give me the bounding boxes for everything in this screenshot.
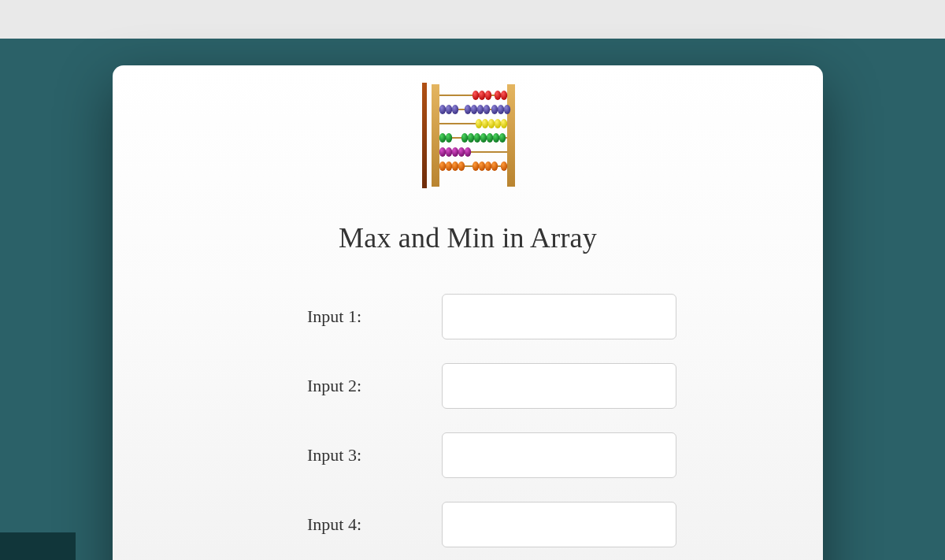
svg-point-21 xyxy=(491,105,498,114)
page-background: Max and Min in Array Input 1: Input 2: I… xyxy=(0,39,945,560)
input-row-1: Input 1: xyxy=(113,294,823,339)
svg-point-43 xyxy=(439,161,446,171)
svg-point-13 xyxy=(501,91,507,100)
input-label-2: Input 2: xyxy=(113,376,372,396)
svg-point-18 xyxy=(471,105,477,114)
svg-point-28 xyxy=(501,119,507,128)
svg-point-45 xyxy=(452,161,458,171)
svg-point-9 xyxy=(472,91,479,100)
svg-point-25 xyxy=(482,119,488,128)
input-label-1: Input 1: xyxy=(113,306,372,327)
svg-point-14 xyxy=(439,105,446,114)
input-field-2[interactable] xyxy=(442,363,676,409)
svg-point-32 xyxy=(468,133,474,143)
input-row-4: Input 4: xyxy=(113,502,823,547)
svg-point-16 xyxy=(452,105,458,114)
svg-point-46 xyxy=(458,161,465,171)
svg-point-33 xyxy=(474,133,480,143)
svg-point-20 xyxy=(484,105,490,114)
svg-point-48 xyxy=(479,161,485,171)
svg-point-50 xyxy=(491,161,498,171)
svg-point-36 xyxy=(493,133,499,143)
input-label-4: Input 4: xyxy=(113,514,372,535)
input-field-4[interactable] xyxy=(442,502,676,547)
input-field-1[interactable] xyxy=(442,294,676,339)
input-row-2: Input 2: xyxy=(113,363,823,409)
svg-point-40 xyxy=(452,147,458,157)
svg-point-35 xyxy=(487,133,493,143)
svg-point-17 xyxy=(465,105,471,114)
top-bar xyxy=(0,0,945,39)
input-row-3: Input 3: xyxy=(113,432,823,478)
svg-rect-0 xyxy=(432,84,439,187)
svg-point-38 xyxy=(439,147,446,157)
svg-point-29 xyxy=(439,133,446,143)
svg-point-49 xyxy=(485,161,491,171)
svg-point-34 xyxy=(480,133,487,143)
svg-point-10 xyxy=(479,91,485,100)
svg-point-27 xyxy=(495,119,501,128)
svg-point-30 xyxy=(446,133,452,143)
svg-point-47 xyxy=(472,161,479,171)
svg-rect-1 xyxy=(507,84,515,187)
main-card: Max and Min in Array Input 1: Input 2: I… xyxy=(113,65,823,560)
svg-point-31 xyxy=(461,133,468,143)
svg-point-11 xyxy=(485,91,491,100)
svg-point-44 xyxy=(446,161,452,171)
svg-rect-2 xyxy=(422,83,427,188)
svg-point-22 xyxy=(498,105,504,114)
svg-point-51 xyxy=(501,161,507,171)
input-label-3: Input 3: xyxy=(113,445,372,465)
svg-point-26 xyxy=(488,119,495,128)
svg-point-19 xyxy=(477,105,484,114)
svg-point-37 xyxy=(499,133,506,143)
input-field-3[interactable] xyxy=(442,432,676,478)
bottom-overlay-tab xyxy=(0,532,76,560)
svg-point-15 xyxy=(446,105,452,114)
svg-point-42 xyxy=(465,147,471,157)
page-title: Max and Min in Array xyxy=(113,221,823,254)
svg-point-23 xyxy=(504,105,510,114)
abacus-icon xyxy=(113,81,823,191)
svg-point-41 xyxy=(458,147,465,157)
svg-point-39 xyxy=(446,147,452,157)
svg-point-24 xyxy=(476,119,482,128)
svg-point-12 xyxy=(495,91,501,100)
